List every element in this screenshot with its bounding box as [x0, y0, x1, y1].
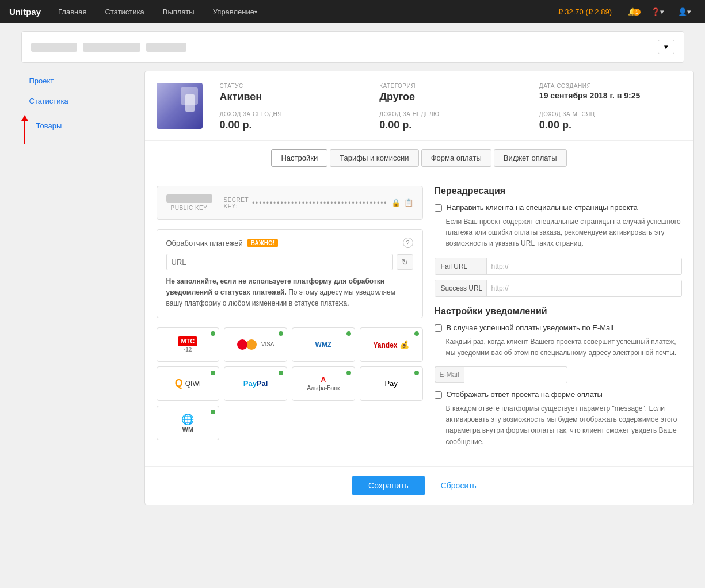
fail-url-row: Fail URL [435, 258, 682, 275]
notification-badge: 1 [633, 9, 641, 16]
pm-wm[interactable]: 🌐WM [157, 406, 220, 440]
email-notif-label: В случае успешной оплаты уведомить по E-… [447, 323, 614, 332]
pm-wmz[interactable]: WMZ [292, 327, 355, 362]
info-income-today: ДОХОД ЗА СЕГОДНЯ 0.00 р. [220, 111, 363, 131]
success-url-label: Success URL [435, 280, 487, 296]
fail-url-label: Fail URL [435, 258, 487, 274]
email-notif-checkbox-row: В случае успешной оплаты уведомить по E-… [435, 323, 682, 332]
settings-content: PUBLIC KEY SECRET KEY: •••••••••••••••••… [145, 175, 693, 466]
nav-payouts[interactable]: Выплаты [156, 0, 201, 23]
info-grid: СТАТУС Активен КАТЕГОРИЯ Другое ДАТА СОЗ… [220, 83, 682, 131]
sidebar-arrow-container: Товары [21, 116, 136, 144]
pm-paypal-dot [279, 371, 283, 375]
pm-qiwi[interactable]: Q QIWI [157, 366, 220, 401]
important-badge: ВАЖНО! [247, 239, 278, 247]
nav-home[interactable]: Главная [51, 0, 93, 23]
info-created: ДАТА СОЗДАНИЯ 19 сентября 2018 г. в 9:25 [539, 83, 682, 103]
tab-payment-widget[interactable]: Виджет оплаты [494, 149, 567, 167]
info-income-month: ДОХОД ЗА МЕСЯЦ 0.00 р. [539, 111, 682, 131]
redirect-desc: Если Ваш проект содержит специальные стр… [446, 216, 682, 250]
handler-header: Обработчик платежей ВАЖНО! ? [166, 238, 413, 248]
pm-visa-mc[interactable]: VISA [224, 327, 287, 362]
pm-wm-dot [211, 410, 215, 414]
redirect-title: Переадресация [435, 186, 682, 196]
response-checkbox-label: Отображать ответ проекта на форме оплаты [447, 390, 603, 399]
email-prefix: E-Mail [435, 366, 464, 383]
success-url-input[interactable] [487, 280, 681, 296]
top-navigation: Unitpay Главная Статистика Выплаты Управ… [0, 0, 705, 23]
email-input[interactable] [464, 366, 567, 383]
save-button[interactable]: Сохранить [352, 476, 425, 495]
handler-description: Не заполняйте, если не используете платф… [166, 276, 413, 310]
pm-paypal[interactable]: PayPal [224, 366, 287, 401]
sidebar-item-project[interactable]: Проект [21, 71, 136, 91]
redirect-checkbox-row: Направить клиента на специальные страниц… [435, 203, 682, 212]
help-button[interactable]: ❓▾ [646, 7, 669, 16]
info-income-week: ДОХОД ЗА НЕДЕЛЮ 0.00 р. [379, 111, 522, 131]
pm-alfabank[interactable]: ААльфа-Банк [292, 366, 355, 401]
info-category: КАТЕГОРИЯ Другое [379, 83, 522, 103]
sidebar-item-goods[interactable]: Товары [28, 116, 70, 136]
project-pill-1 [31, 43, 77, 52]
nav-management[interactable]: Управление [206, 0, 264, 23]
notifications-section: Настройки уведомлений В случае успешной … [435, 306, 682, 448]
pm-yandex-dot [414, 331, 419, 336]
notifications-button[interactable]: 🔔 1 [623, 7, 642, 16]
pm-applepay-dot [414, 371, 419, 375]
response-checkbox-row: Отображать ответ проекта на форме оплаты [435, 390, 682, 399]
project-info: СТАТУС Активен КАТЕГОРИЯ Другое ДАТА СОЗ… [145, 71, 693, 141]
email-notif-checkbox[interactable] [435, 324, 442, 332]
action-buttons: Сохранить Сбросить [145, 466, 693, 505]
pm-mts-dot [211, 331, 215, 336]
secret-key-label: SECRET KEY: [224, 197, 249, 209]
redirect-checkbox-label: Направить клиента на специальные страниц… [447, 203, 638, 212]
tab-payment-form[interactable]: Форма оплаты [421, 149, 491, 167]
nav-stats[interactable]: Статистика [98, 0, 151, 23]
project-header-bar: ▾ [21, 31, 684, 63]
pm-wmz-dot [346, 331, 351, 336]
main-panel: СТАТУС Активен КАТЕГОРИЯ Другое ДАТА СОЗ… [144, 71, 694, 505]
pm-alfabank-dot [346, 371, 351, 375]
tabs-bar: Настройки Тарифы и комиссии Форма оплаты… [145, 141, 693, 175]
left-column: PUBLIC KEY SECRET KEY: •••••••••••••••••… [157, 186, 423, 456]
response-desc: В каждом ответе платформы существует пар… [446, 403, 682, 448]
sidebar-item-statistics[interactable]: Статистика [21, 91, 136, 111]
refresh-button[interactable]: ↻ [397, 254, 413, 270]
sidebar: Проект Статистика Товары [21, 71, 136, 505]
pm-yandex-logo: Yandex 💰 [373, 340, 409, 349]
lock-icon[interactable]: 🔒 [391, 198, 401, 207]
response-checkbox[interactable] [435, 391, 442, 399]
pm-yandex[interactable]: Yandex 💰 [360, 327, 423, 362]
user-menu-button[interactable]: 👤▾ [673, 7, 696, 16]
success-url-row: Success URL [435, 280, 682, 297]
handler-section: Обработчик платежей ВАЖНО! ? ↻ Не заполн… [157, 229, 423, 318]
project-dropdown-button[interactable]: ▾ [658, 40, 674, 54]
pm-applepay[interactable]: Pay [360, 366, 423, 401]
handler-url-input[interactable] [166, 254, 393, 270]
info-status: СТАТУС Активен [220, 83, 363, 103]
secret-key-area: SECRET KEY: ••••••••••••••••••••••••••••… [224, 197, 413, 209]
pm-applepay-logo: Pay [384, 379, 397, 388]
public-key-dots [166, 194, 212, 203]
right-column: Переадресация Направить клиента на специ… [435, 186, 682, 456]
pm-wmz-logo: WMZ [315, 341, 332, 349]
pm-mts[interactable]: МТС ·12 [157, 327, 220, 362]
pm-mts-logo: МТС ·12 [178, 336, 197, 353]
project-pill-2 [83, 43, 140, 52]
pm-visa-mc-dot [279, 331, 283, 336]
redirect-checkbox[interactable] [435, 204, 442, 212]
public-key-label: PUBLIC KEY [171, 205, 208, 211]
tab-tariffs[interactable]: Тарифы и комиссии [330, 149, 418, 167]
project-pill-3 [146, 43, 186, 52]
secret-key-value: •••••••••••••••••••••••••••••••••••••• [252, 199, 388, 207]
fail-url-input[interactable] [487, 258, 681, 274]
tab-settings[interactable]: Настройки [271, 149, 327, 167]
pm-alfabank-logo: ААльфа-Банк [307, 376, 340, 392]
reset-button[interactable]: Сбросить [432, 476, 486, 495]
brand-logo: Unitpay [9, 7, 41, 17]
pm-paypal-logo: PayPal [243, 379, 268, 388]
copy-icon[interactable]: 📋 [404, 198, 413, 207]
help-icon[interactable]: ? [403, 238, 413, 248]
balance-display: ₽ 32.70 (₽ 2.89) [558, 7, 612, 16]
arrow-head [21, 115, 28, 121]
